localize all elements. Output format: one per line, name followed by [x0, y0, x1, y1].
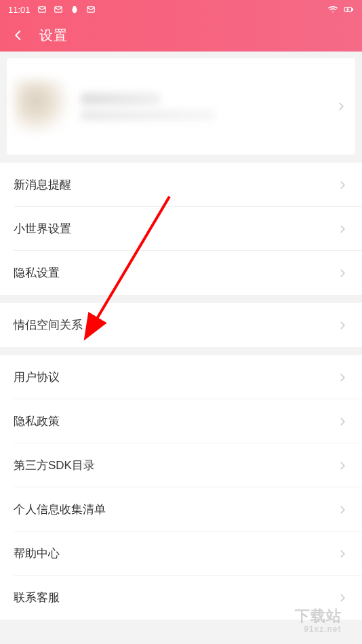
profile-card[interactable] [7, 58, 355, 155]
chevron-right-icon [336, 223, 348, 235]
chevron-right-icon [336, 460, 348, 472]
svg-rect-6 [352, 9, 353, 10]
chevron-right-icon [336, 548, 348, 560]
row-label: 帮助中心 [14, 546, 60, 561]
status-bar: 11:01 [0, 0, 362, 19]
chevron-right-icon [336, 592, 348, 604]
row-label: 情侣空间关系 [14, 317, 83, 333]
row-privacy-policy[interactable]: 隐私政策 [0, 399, 362, 443]
chevron-right-icon [336, 416, 348, 428]
row-label: 新消息提醒 [14, 177, 71, 193]
row-privacy-settings[interactable]: 隐私设置 [0, 251, 362, 295]
settings-group-notifications: 新消息提醒 小世界设置 隐私设置 [0, 163, 362, 295]
mail-icon [86, 5, 96, 14]
battery-charging-icon [343, 5, 354, 14]
penguin-icon [70, 5, 79, 14]
status-time: 11:01 [8, 5, 31, 15]
row-mini-world[interactable]: 小世界设置 [0, 207, 362, 251]
row-contact-support[interactable]: 联系客服 [0, 576, 362, 620]
chevron-right-icon [336, 267, 348, 279]
page-title: 设置 [39, 26, 68, 45]
mail-icon [37, 5, 47, 14]
chevron-right-icon [336, 504, 348, 516]
avatar [15, 80, 68, 133]
row-label: 第三方SDK目录 [14, 458, 95, 473]
row-new-message[interactable]: 新消息提醒 [0, 163, 362, 207]
settings-scroll: 新消息提醒 小世界设置 隐私设置 情侣空间关系 用户协议 隐私政策 第三方SDK… [0, 52, 362, 644]
row-user-agreement[interactable]: 用户协议 [0, 355, 362, 399]
chevron-right-icon [336, 319, 348, 331]
chevron-right-icon [335, 100, 347, 113]
mail-icon [54, 5, 63, 14]
row-couple-space[interactable]: 情侣空间关系 [0, 303, 362, 347]
row-data-collection[interactable]: 个人信息收集清单 [0, 487, 362, 531]
wifi-icon [327, 5, 339, 14]
chevron-right-icon [336, 179, 348, 191]
settings-group-couple: 情侣空间关系 [0, 303, 362, 347]
row-label: 用户协议 [14, 369, 60, 385]
row-label: 隐私设置 [14, 265, 60, 281]
row-label: 联系客服 [14, 590, 60, 605]
row-label: 隐私政策 [14, 414, 60, 429]
row-label: 个人信息收集清单 [14, 502, 106, 517]
profile-text-blurred [80, 93, 216, 120]
settings-group-legal: 用户协议 隐私政策 第三方SDK目录 个人信息收集清单 帮助中心 联系客服 [0, 355, 362, 620]
chevron-right-icon [336, 371, 348, 384]
row-label: 小世界设置 [14, 221, 71, 237]
row-sdk-catalog[interactable]: 第三方SDK目录 [0, 443, 362, 487]
row-help-center[interactable]: 帮助中心 [0, 531, 362, 576]
back-button[interactable] [9, 26, 27, 44]
svg-point-3 [73, 6, 76, 9]
app-header: 设置 [0, 19, 362, 52]
